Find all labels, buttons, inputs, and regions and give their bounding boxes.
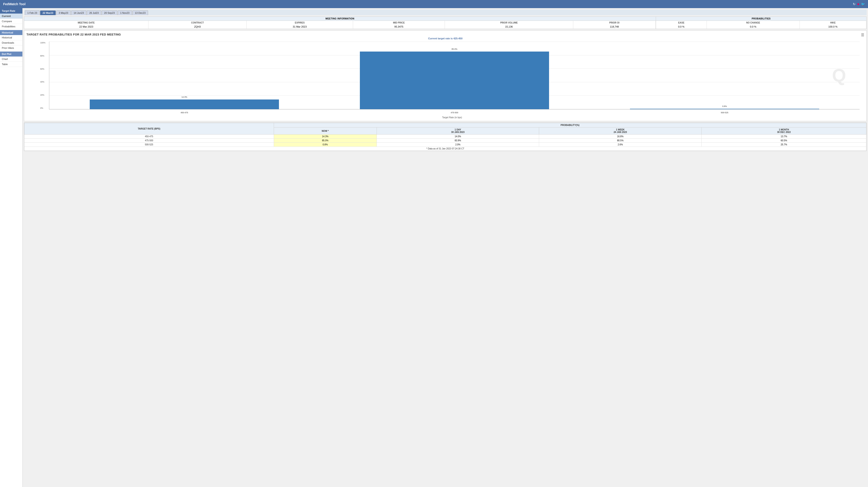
bar-value-label: 0.8% (722, 105, 727, 108)
chart-title: TARGET RATE PROBABILITIES FOR 22 MAR 202… (26, 33, 864, 36)
prob-table: TARGET RATE (BPS) PROBABILITY(%) NOW *1 … (24, 123, 866, 151)
bar-475-500: 85.0% (360, 52, 549, 109)
meeting-info-cell: ZQH3 (148, 25, 247, 29)
bar-group: 0.8%500-525 (590, 41, 860, 109)
chart-wrapper: Probability Q 0%20%40%60%80%100% 14.3%45… (26, 41, 864, 119)
prob-value-cell: 80.5% (539, 139, 702, 143)
y-axis-label: 100% (40, 41, 45, 44)
bar-value-label: 85.0% (452, 48, 458, 50)
chart-panel: TARGET RATE PROBABILITIES FOR 22 MAR 202… (24, 30, 867, 121)
prob-value-cell: 25.7% (702, 143, 866, 147)
y-axis-label: 60% (40, 68, 45, 70)
meeting-info-box: MEETING INFORMATION MEETING DATECONTRACT… (24, 17, 656, 29)
meeting-info-col-prior-volume: PRIOR VOLUME (445, 21, 573, 25)
sidebar-item-downloads[interactable]: Downloads (0, 40, 22, 45)
prob-value-cell: 14.0% (377, 134, 539, 139)
tab-4[interactable]: 26 Jul23 (87, 10, 101, 15)
prob-info-col: HIKE (800, 21, 866, 25)
meeting-info-cell: 22 Mar 2023 (24, 25, 148, 29)
sidebar-item-historical[interactable]: Historical (0, 35, 22, 40)
sidebar-item-prior-hikes[interactable]: Prior Hikes (0, 45, 22, 51)
prob-info-cell: 0.0 % (656, 25, 707, 29)
sidebar-item-compare[interactable]: Compare (0, 19, 22, 24)
meeting-info-col-mid-price: MID PRICE (353, 21, 445, 25)
prob-value-cell: 0.8% (274, 143, 377, 147)
chart-menu-icon[interactable]: ☰ (861, 33, 864, 37)
sidebar-historical-header[interactable]: Historical (0, 30, 22, 35)
y-axis-label: 80% (40, 55, 45, 57)
tab-7[interactable]: 13 Dec23 (132, 10, 148, 15)
tab-2[interactable]: 3 May23 (56, 10, 71, 15)
prob-info-cell: 100.0 % (800, 25, 866, 29)
prob-table-prob-header: PROBABILITY(%) (274, 123, 866, 127)
prob-info-cell: 0.0 % (707, 25, 800, 29)
tab-6[interactable]: 1 Nov23 (118, 10, 132, 15)
probabilities-table: EASENO CHANGEHIKE 0.0 %0.0 %100.0 % (656, 21, 866, 29)
prob-table-footnote: * Data as of 31 Jan 2023 07:24:30 CT (24, 147, 866, 151)
content-area: 1 Feb 2322 Mar233 May2314 Jun2326 Jul232… (23, 8, 868, 487)
meeting-info-cell: 118,748 (573, 25, 655, 29)
app-header: FedWatch Tool ↻ ■ 🐦 (0, 0, 868, 8)
meeting-info-col-expires: EXPIRES (247, 21, 353, 25)
tabs-bar: 1 Feb 2322 Mar233 May2314 Jun2326 Jul232… (24, 9, 867, 15)
meeting-info-table: MEETING DATECONTRACTEXPIRESMID PRICEPRIO… (24, 21, 656, 29)
prob-value-cell: 2.0% (377, 143, 539, 147)
meeting-info-title: MEETING INFORMATION (24, 17, 656, 21)
sidebar-item-table[interactable]: Table (0, 62, 22, 67)
bar-x-label: 450-475 (181, 112, 188, 114)
y-axis-label: 40% (40, 81, 45, 83)
sidebar-item-chart[interactable]: Chart (0, 57, 22, 62)
prob-subheader-0: NOW * (274, 127, 377, 134)
header-icons: ↻ ■ 🐦 (853, 2, 865, 6)
refresh-icon[interactable]: ↻ (853, 2, 856, 6)
chart-subtitle: Current target rate is 425-450 (26, 37, 864, 40)
tab-5[interactable]: 20 Sep23 (102, 10, 117, 15)
meeting-info-cell: 95.3475 (353, 25, 445, 29)
bar-value-label: 14.3% (182, 96, 187, 98)
prob-table-row: 475-50085.0%83.9%80.5%60.5% (24, 139, 866, 143)
prob-rate-cell: 500-525 (24, 143, 274, 147)
prob-value-cell: 85.0% (274, 139, 377, 143)
probabilities-box: PROBABILITIES EASENO CHANGEHIKE 0.0 %0.0… (656, 17, 867, 29)
prob-value-cell: 14.3% (274, 134, 377, 139)
sidebar-item-current[interactable]: Current (0, 13, 22, 19)
y-axis-label: 0% (40, 107, 45, 109)
bar-500-525: 0.8% (630, 109, 819, 109)
meeting-info-cell: 15,136 (445, 25, 573, 29)
y-axis-labels: 0%20%40%60%80%100% (40, 41, 45, 109)
bar-x-label: 500-525 (721, 112, 728, 114)
prob-value-cell: 16.8% (539, 134, 702, 139)
meeting-info-col-prior-oi: PRIOR OI (573, 21, 655, 25)
sidebar-dot-plot-header[interactable]: Dot Plot (0, 52, 22, 57)
bar-450-475: 14.3% (90, 99, 279, 109)
prob-info-col: EASE (656, 21, 707, 25)
prob-rate-cell: 475-500 (24, 139, 274, 143)
twitter-icon[interactable]: 🐦 (861, 2, 865, 6)
tab-0[interactable]: 1 Feb 23 (25, 10, 39, 15)
tab-3[interactable]: 14 Jun23 (71, 10, 86, 15)
probabilities-title: PROBABILITIES (656, 17, 866, 21)
prob-table-row: 450-47514.3%14.0%16.8%13.7% (24, 134, 866, 139)
bar-chart-area: Q 0%20%40%60%80%100% 14.3%450-47585.0%47… (49, 41, 860, 110)
y-axis-label: 20% (40, 94, 45, 96)
prob-value-cell: 2.6% (539, 143, 702, 147)
prob-value-cell: 60.5% (702, 139, 866, 143)
meeting-info-col-contract: CONTRACT (148, 21, 247, 25)
tab-1[interactable]: 22 Mar23 (40, 10, 56, 15)
warning-icon: ■ (857, 2, 859, 6)
prob-subheader-3: 1 MONTH30 DEC 2022 (702, 127, 866, 134)
meeting-info-col-meeting-date: MEETING DATE (24, 21, 148, 25)
prob-table-panel: TARGET RATE (BPS) PROBABILITY(%) NOW *1 … (24, 123, 867, 151)
prob-table-rate-header: TARGET RATE (BPS) (24, 123, 274, 134)
prob-table-row: 500-5250.8%2.0%2.6%25.7% (24, 143, 866, 147)
sidebar-item-probabilities[interactable]: Probabilities (0, 24, 22, 29)
sidebar: Target Rate Current Compare Probabilitie… (0, 8, 23, 487)
bar-x-label: 475-500 (451, 112, 458, 114)
prob-info-col: NO CHANGE (707, 21, 800, 25)
sidebar-target-rate-header[interactable]: Target Rate (0, 8, 22, 13)
prob-subheader-1: 1 DAY30 JAN 2023 (377, 127, 539, 134)
prob-value-cell: 13.7% (702, 134, 866, 139)
prob-subheader-2: 1 WEEK24 JAN 2023 (539, 127, 702, 134)
bar-group: 14.3%450-475 (49, 41, 319, 109)
meeting-info-panel: MEETING INFORMATION MEETING DATECONTRACT… (24, 17, 867, 29)
